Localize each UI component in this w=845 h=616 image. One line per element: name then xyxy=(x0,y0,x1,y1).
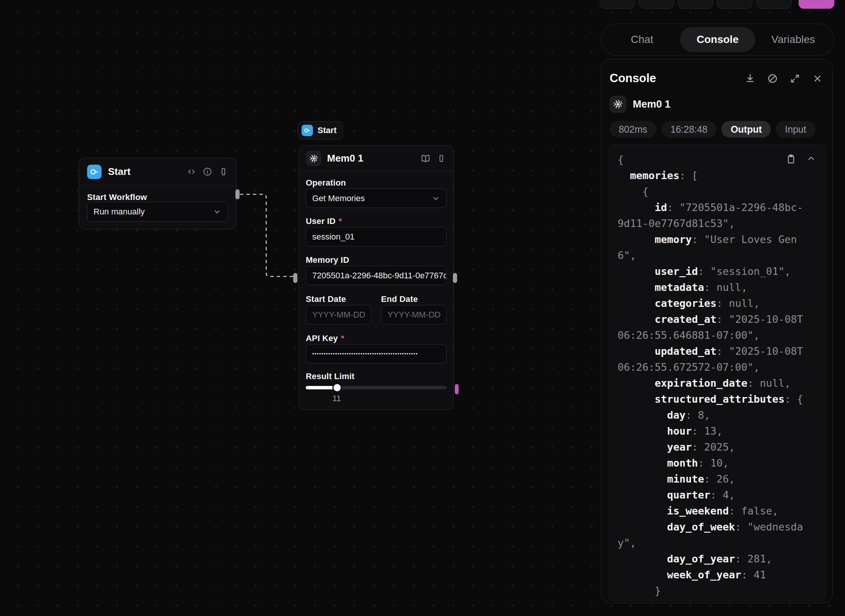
code-line: { xyxy=(618,184,806,200)
chevron-down-icon xyxy=(432,194,440,203)
code-icon[interactable] xyxy=(187,167,196,176)
memory-id-label: Memory ID xyxy=(306,255,349,265)
start-date-label: Start Date xyxy=(306,294,346,304)
result-limit-label: Result Limit xyxy=(306,372,354,381)
operation-label: Operation xyxy=(306,178,346,188)
info-icon[interactable] xyxy=(203,167,212,176)
code-line: id: "7205501a-2296-48bc-9d11-0e7767d81c5… xyxy=(618,200,806,232)
code-line: day: 8, xyxy=(618,407,806,423)
api-key-input[interactable]: ••••••••••••••••••••••••••••••••••••••••… xyxy=(306,344,446,364)
code-line: user_id: "session_01", xyxy=(618,264,806,279)
code-line: updated_at: "2025-10-08T06:26:55.672572-… xyxy=(618,343,806,375)
workflow-editor: Start Start Workflow Run manually Start xyxy=(0,0,845,616)
duration-badge: 802ms xyxy=(610,121,656,138)
code-line: hour: 13, xyxy=(618,423,806,439)
mem0-entry-icon xyxy=(610,96,626,113)
mem0-active-port[interactable] xyxy=(455,384,459,394)
toolbar-primary-button[interactable] xyxy=(799,0,834,9)
mem0-node-header[interactable]: Mem0 1 xyxy=(299,146,453,171)
panel-toggle-icon[interactable] xyxy=(219,167,228,176)
code-line: memory: "User Loves Gen 6", xyxy=(618,232,806,264)
start-workflow-select[interactable]: Run manually xyxy=(87,202,228,222)
code-line: day_of_year: 281, xyxy=(618,551,806,567)
start-node-icon xyxy=(87,165,102,179)
start-node[interactable]: Start Start Workflow Run manually xyxy=(79,158,237,229)
code-line: day_of_week: "wednesday", xyxy=(618,519,806,551)
timestamp-badge: 16:28:48 xyxy=(661,121,716,138)
code-line: minute: 26, xyxy=(618,471,806,487)
code-line: } xyxy=(618,599,806,601)
toolbar-button[interactable] xyxy=(639,0,674,9)
required-asterisk: * xyxy=(341,333,345,343)
start-badge-label: Start xyxy=(318,125,337,135)
view-tab-bar: ChatConsoleVariables xyxy=(601,24,834,56)
code-line: categories: null, xyxy=(618,295,806,311)
mem0-input-port[interactable] xyxy=(293,273,297,283)
user-id-label: User ID xyxy=(306,216,335,226)
memory-id-input[interactable]: 7205501a-2296-48bc-9d11-0e7767d81c53 xyxy=(306,266,446,285)
mem0-output-port[interactable] xyxy=(453,273,457,283)
chevron-down-icon xyxy=(213,208,221,216)
end-date-label: End Date xyxy=(381,294,418,304)
expand-icon[interactable] xyxy=(790,73,800,84)
mem0-node-title: Mem0 1 xyxy=(327,152,415,164)
start-badge[interactable]: Start xyxy=(298,121,343,140)
console-entry[interactable]: Mem0 1 xyxy=(601,85,832,113)
code-line: metadata: null, xyxy=(618,279,806,295)
slider-thumb[interactable] xyxy=(332,383,342,392)
start-badge-icon xyxy=(302,125,313,136)
download-icon[interactable] xyxy=(745,73,755,84)
toolbar-button[interactable] xyxy=(678,0,713,9)
start-node-header[interactable]: Start xyxy=(79,158,236,186)
start-node-title: Start xyxy=(108,166,180,178)
api-key-label: API Key xyxy=(306,333,338,343)
docs-book-icon[interactable] xyxy=(421,154,430,164)
panel-toggle-icon[interactable] xyxy=(437,154,446,163)
operation-select[interactable]: Get Memories xyxy=(306,189,446,208)
end-date-input[interactable]: YYYY-MM-DD xyxy=(381,305,446,324)
result-limit-value: 11 xyxy=(332,394,341,403)
code-line: created_at: "2025-10-08T06:26:55.646881-… xyxy=(618,311,806,343)
close-icon[interactable] xyxy=(812,73,823,84)
code-line: { xyxy=(618,152,806,168)
code-line: structured_attributes: { xyxy=(618,391,806,407)
code-line: is_weekend: false, xyxy=(618,503,806,519)
mem0-node[interactable]: Mem0 1 Operation Get Memories User ID* s… xyxy=(299,145,454,410)
console-entry-name: Mem0 1 xyxy=(633,98,670,110)
start-date-input[interactable]: YYYY-MM-DD xyxy=(306,305,371,324)
clear-console-icon[interactable] xyxy=(767,73,778,84)
start-workflow-label: Start Workflow xyxy=(87,192,147,202)
code-line: } xyxy=(618,583,806,599)
masked-api-key: ••••••••••••••••••••••••••••••••••••••••… xyxy=(312,351,418,357)
code-line: month: 10, xyxy=(618,455,806,471)
mem0-node-icon xyxy=(306,151,321,166)
toolbar-button[interactable] xyxy=(756,0,791,9)
view-tab-variables[interactable]: Variables xyxy=(755,27,831,52)
console-meta-row: 802ms 16:28:48 OutputInput xyxy=(601,113,832,138)
console-panel: Console Mem0 1 802ms 16:28:48 OutputInp xyxy=(601,59,833,603)
code-line: memories: [ xyxy=(618,168,806,184)
user-id-input[interactable]: session_01 xyxy=(306,227,446,246)
copy-icon[interactable] xyxy=(786,154,796,164)
code-line: quarter: 4, xyxy=(618,487,806,503)
start-node-output-port[interactable] xyxy=(235,189,240,199)
console-panel-title: Console xyxy=(610,71,733,85)
code-line: expiration_date: null, xyxy=(618,375,806,391)
toolbar-button[interactable] xyxy=(717,0,752,9)
code-line: year: 2025, xyxy=(618,439,806,455)
console-code[interactable]: { memories: [ { id: "7205501a-2296-48bc-… xyxy=(609,144,806,601)
console-output-card: { memories: [ { id: "7205501a-2296-48bc-… xyxy=(609,144,826,601)
view-tab-console[interactable]: Console xyxy=(680,27,756,52)
code-line: week_of_year: 41 xyxy=(618,567,806,583)
toolbar-button[interactable] xyxy=(600,0,635,9)
collapse-chevron-icon[interactable] xyxy=(806,154,816,164)
view-tab-chat[interactable]: Chat xyxy=(604,27,680,52)
io-tab-input[interactable]: Input xyxy=(776,121,815,138)
required-asterisk: * xyxy=(338,216,342,226)
io-tab-output[interactable]: Output xyxy=(721,121,771,138)
